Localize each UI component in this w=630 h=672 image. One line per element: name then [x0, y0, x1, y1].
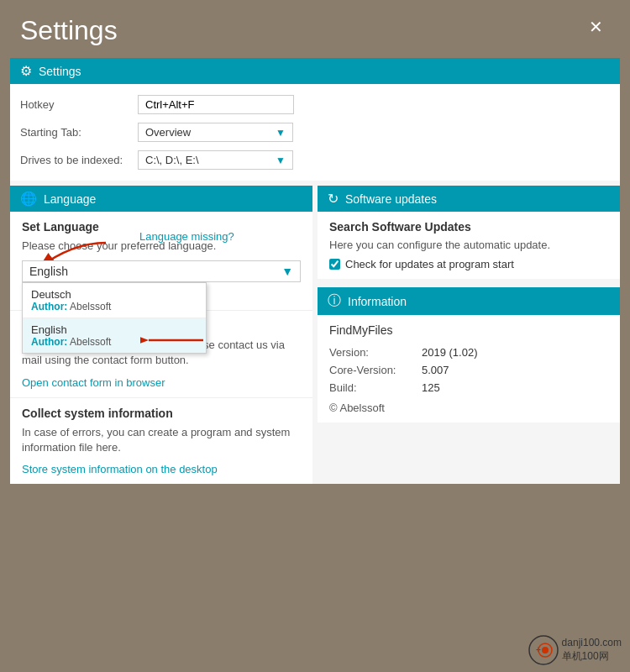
right-col: ↻ Software updates Search Software Updat…: [318, 186, 620, 484]
info-content: FindMyFiles Version: 2019 (1.02) Core-Ve…: [318, 315, 620, 423]
hotkey-row: Hotkey: [20, 91, 610, 118]
updates-content: Search Software Updates Here you can con…: [318, 212, 620, 279]
drives-value: C:\, D:\, E:\: [145, 154, 199, 166]
updates-text: Here you can configure the automatic upd…: [329, 239, 608, 251]
watermark-text: danji100.com 单机100网: [562, 637, 622, 663]
deutsch-author: Author: Abelssoft: [31, 301, 197, 312]
version-val: 2019 (1.02): [422, 346, 478, 359]
close-button[interactable]: ✕: [582, 15, 610, 39]
checkbox-row: Check for updates at program start: [329, 258, 608, 270]
title-bar: Settings ✕: [0, 0, 630, 58]
english-lang-name: English: [31, 323, 197, 336]
language-select-container: English ▼ Deutsch Author: Abelssoft Engl…: [22, 260, 301, 282]
language-select-arrow-icon: ▼: [281, 265, 293, 278]
settings-section-header: ⚙ Settings: [10, 58, 620, 84]
hotkey-input[interactable]: [138, 95, 294, 114]
english-author: Author: Abelssoft: [31, 336, 197, 348]
core-version-key: Core-Version:: [329, 364, 422, 376]
info-icon: ⓘ: [328, 292, 341, 310]
info-core-version-row: Core-Version: 5.007: [329, 361, 608, 379]
starting-tab-label: Starting Tab:: [20, 126, 138, 139]
language-globe-icon: 🌐: [20, 191, 37, 207]
starting-tab-value: Overview: [145, 126, 191, 139]
content-area: ⚙ Settings Hotkey Starting Tab: Overview…: [10, 58, 620, 484]
build-val: 125: [422, 381, 440, 394]
core-version-val: 5.007: [422, 364, 449, 376]
starting-tab-row: Starting Tab: Overview ▼: [20, 118, 610, 146]
version-key: Version:: [329, 346, 422, 359]
updates-section-header: ↻ Software updates: [318, 186, 620, 212]
updates-title: Search Software Updates: [329, 220, 608, 234]
drives-arrow-icon: ▼: [276, 155, 286, 166]
language-select-box[interactable]: English ▼: [22, 260, 301, 282]
contact-link[interactable]: Open contact form in browser: [22, 376, 165, 389]
drives-dropdown[interactable]: C:\, D:\, E:\ ▼: [138, 150, 293, 170]
collect-section: Collect system information In case of er…: [10, 397, 312, 484]
watermark-brand: 单机100网: [562, 650, 622, 664]
two-col-section: 🌐 Language Set Language Please: [10, 186, 620, 484]
starting-tab-dropdown[interactable]: Overview ▼: [138, 123, 293, 142]
language-option-english[interactable]: English: [23, 318, 206, 353]
window-title: Settings: [20, 15, 118, 46]
settings-header-label: Settings: [39, 65, 81, 78]
starting-tab-arrow-icon: ▼: [276, 127, 286, 139]
app-name: FindMyFiles: [329, 323, 608, 337]
language-option-deutsch[interactable]: Deutsch Author: Abelssoft: [23, 283, 206, 318]
watermark-site: danji100.com: [562, 637, 622, 650]
language-header-label: Language: [44, 192, 96, 206]
info-header-label: Information: [348, 295, 407, 308]
collect-title: Collect system information: [22, 407, 301, 420]
language-content: Set Language Please choose your preferre…: [10, 212, 312, 310]
info-section-header: ⓘ Information: [318, 287, 620, 315]
hotkey-label: Hotkey: [20, 98, 138, 111]
svg-point-5: [542, 647, 549, 654]
collect-link[interactable]: Store system information on the desktop: [22, 463, 218, 475]
copyright: © Abelssoft: [329, 402, 608, 414]
info-version-row: Version: 2019 (1.02): [329, 344, 608, 361]
language-col: 🌐 Language Set Language Please: [10, 186, 312, 484]
language-dropdown: Deutsch Author: Abelssoft English: [22, 282, 207, 354]
updates-checkbox-label: Check for updates at program start: [345, 258, 514, 270]
updates-icon: ↻: [328, 191, 339, 207]
settings-fields: Hotkey Starting Tab: Overview ▼ Drives t…: [10, 84, 620, 181]
watermark-icon: +: [528, 635, 559, 665]
deutsch-lang-name: Deutsch: [31, 288, 197, 301]
language-missing-link[interactable]: Language missing?: [139, 230, 234, 243]
drives-row: Drives to be indexed: C:\, D:\, E:\ ▼: [20, 146, 610, 174]
watermark: + danji100.com 单机100网: [528, 635, 622, 665]
build-key: Build:: [329, 381, 422, 394]
language-section-header: 🌐 Language: [10, 186, 312, 212]
drives-label: Drives to be indexed:: [20, 154, 138, 166]
updates-checkbox[interactable]: [329, 259, 340, 270]
info-build-row: Build: 125: [329, 379, 608, 396]
selected-language-value: English: [29, 265, 68, 278]
collect-text: In case of errors, you can create a prog…: [22, 425, 301, 455]
settings-icon: ⚙: [20, 63, 32, 79]
settings-window: Settings ✕ ⚙ Settings Hotkey Starting Ta…: [0, 0, 630, 672]
updates-header-label: Software updates: [345, 192, 437, 206]
spacer: [318, 279, 620, 287]
